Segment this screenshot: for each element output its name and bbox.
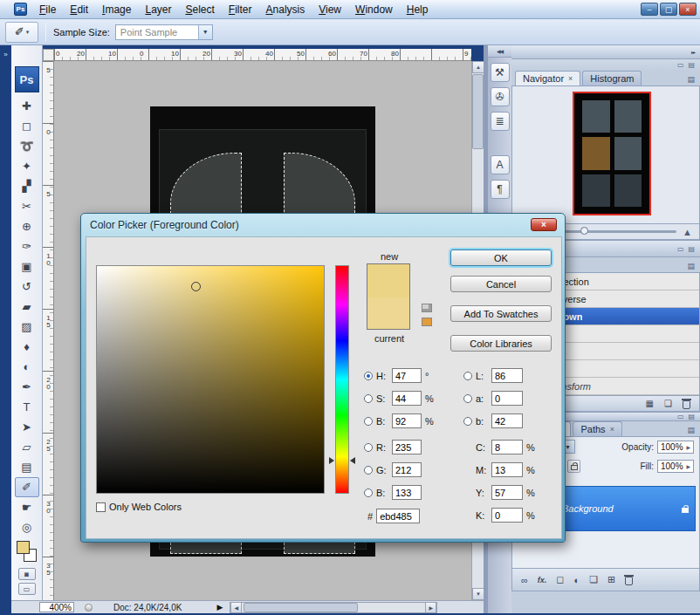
menu-view[interactable]: View: [312, 2, 348, 17]
yellow-input[interactable]: [491, 485, 523, 500]
menu-analysis[interactable]: Analysis: [259, 2, 312, 17]
brightness-input[interactable]: [392, 413, 422, 428]
hex-input[interactable]: [376, 509, 420, 523]
blue-radio[interactable]: [364, 489, 373, 497]
button-mode-icon[interactable]: ▦: [646, 399, 654, 408]
menu-image[interactable]: Image: [95, 2, 138, 17]
horizontal-scrollbar[interactable]: ◀ ▶: [230, 602, 437, 613]
quick-selection-tool[interactable]: ✦: [15, 156, 39, 176]
menu-help[interactable]: Help: [400, 2, 436, 17]
dock-icon-panel-2[interactable]: ✇: [491, 87, 510, 106]
color-libraries-button[interactable]: Color Libraries: [450, 335, 552, 352]
tab-paths[interactable]: Paths ×: [573, 421, 621, 436]
crop-tool[interactable]: ▞: [15, 176, 39, 196]
vertical-scroll-thumb[interactable]: [472, 74, 484, 149]
menu-layer[interactable]: Layer: [138, 2, 178, 17]
magenta-input[interactable]: [491, 462, 523, 477]
rectangular-marquee-tool[interactable]: ◻: [15, 116, 39, 136]
opacity-field[interactable]: 100% ▶: [657, 441, 694, 454]
lab-a-radio[interactable]: [463, 394, 472, 403]
hand-tool[interactable]: ☛: [15, 497, 39, 517]
panel-menu-icon[interactable]: ▤: [687, 426, 700, 436]
hue-slider[interactable]: [335, 265, 349, 494]
navigator-preview[interactable]: [573, 92, 651, 215]
hue-slider-thumb-left[interactable]: [329, 457, 334, 464]
link-layers-icon[interactable]: ∞: [521, 575, 528, 585]
maximize-button[interactable]: ▢: [660, 3, 677, 16]
horizontal-scroll-track[interactable]: [242, 603, 425, 612]
scroll-right-icon[interactable]: ▶: [425, 603, 436, 612]
zoom-in-icon[interactable]: ▲: [683, 227, 692, 237]
notes-tool[interactable]: ▤: [15, 457, 39, 477]
gradient-tool[interactable]: ▨: [15, 317, 39, 337]
scroll-left-icon[interactable]: ◀: [230, 603, 242, 612]
red-input[interactable]: [392, 440, 422, 454]
panel-menu-icon[interactable]: ▤: [688, 413, 695, 420]
zoom-level-field[interactable]: 400%: [39, 602, 74, 612]
layer-mask-icon[interactable]: ◻: [556, 574, 564, 585]
type-tool[interactable]: T: [15, 397, 39, 417]
blue-input[interactable]: [392, 485, 422, 500]
lasso-tool[interactable]: ➰: [15, 136, 39, 156]
status-flyout-icon[interactable]: ▶: [216, 603, 223, 612]
current-tool-button[interactable]: ✐ ▾: [5, 22, 38, 43]
clone-stamp-tool[interactable]: ▣: [15, 256, 39, 277]
saturation-brightness-field[interactable]: [96, 265, 325, 494]
scroll-down-icon[interactable]: ▼: [472, 588, 484, 600]
hue-slider-thumb-right[interactable]: [350, 457, 355, 464]
zoom-slider-thumb[interactable]: [580, 227, 588, 235]
layer-style-fx-icon[interactable]: fx.: [538, 576, 547, 584]
delete-action-icon[interactable]: [683, 400, 690, 409]
add-to-swatches-button[interactable]: Add To Swatches: [450, 305, 552, 322]
green-radio[interactable]: [364, 466, 373, 475]
shape-tool[interactable]: ▱: [15, 437, 39, 457]
new-group-icon[interactable]: ❏: [589, 574, 598, 585]
fill-field[interactable]: 100% ▶: [657, 460, 694, 473]
menu-filter[interactable]: Filter: [222, 2, 259, 17]
panel-menu-icon[interactable]: ▤: [687, 75, 700, 85]
zoom-tool[interactable]: ◎: [15, 517, 39, 537]
lock-all-icon[interactable]: [567, 460, 580, 473]
pen-tool[interactable]: ✒: [15, 377, 39, 397]
menu-window[interactable]: Window: [348, 2, 400, 17]
scroll-up-icon[interactable]: ▲: [472, 61, 484, 73]
foreground-color-swatch[interactable]: [17, 541, 30, 554]
saturation-radio[interactable]: [364, 394, 373, 403]
expand-dock-icon[interactable]: »: [3, 51, 7, 58]
menu-select[interactable]: Select: [178, 2, 221, 17]
quick-mask-button[interactable]: ◙: [18, 568, 36, 580]
only-web-colors-checkbox[interactable]: [96, 502, 106, 512]
brush-tool[interactable]: ✑: [15, 236, 39, 256]
hue-input[interactable]: [392, 368, 422, 383]
dialog-close-button[interactable]: ×: [531, 218, 557, 231]
history-brush-tool[interactable]: ↺: [15, 277, 39, 297]
gamut-safe-color-swatch[interactable]: [422, 318, 432, 326]
blur-tool[interactable]: ♦: [15, 337, 39, 357]
layer-name[interactable]: Background: [562, 503, 614, 514]
color-field-marker[interactable]: [191, 282, 201, 291]
move-tool[interactable]: ✚: [15, 96, 39, 116]
horizontal-scroll-thumb[interactable]: [244, 603, 357, 612]
green-input[interactable]: [392, 462, 422, 477]
red-radio[interactable]: [364, 443, 373, 452]
lab-a-input[interactable]: [491, 391, 523, 406]
lab-l-input[interactable]: [491, 368, 523, 383]
brightness-radio[interactable]: [364, 417, 373, 426]
dodge-tool[interactable]: ◐: [15, 357, 39, 377]
close-icon[interactable]: ×: [610, 425, 614, 434]
slice-tool[interactable]: ✂: [15, 196, 39, 216]
tab-navigator[interactable]: Navigator ×: [515, 71, 580, 85]
dock-icon-paragraph-panel[interactable]: ¶: [491, 180, 510, 199]
panel-menu-icon[interactable]: ▤: [688, 245, 695, 253]
menu-edit[interactable]: Edit: [63, 2, 95, 17]
current-color-swatch[interactable]: [367, 297, 409, 329]
black-input[interactable]: [491, 508, 523, 523]
screen-mode-button[interactable]: ▭: [18, 583, 36, 595]
gamut-warning-cube-icon[interactable]: [422, 304, 432, 312]
tab-histogram[interactable]: Histogram: [582, 71, 642, 85]
eyedropper-tool[interactable]: ✐: [15, 477, 39, 497]
hue-radio[interactable]: [364, 372, 373, 380]
delete-layer-icon[interactable]: [625, 577, 633, 585]
dock-icon-panel-3[interactable]: ≣: [491, 112, 510, 131]
collapse-dock-icon[interactable]: ◀◀: [488, 45, 511, 58]
